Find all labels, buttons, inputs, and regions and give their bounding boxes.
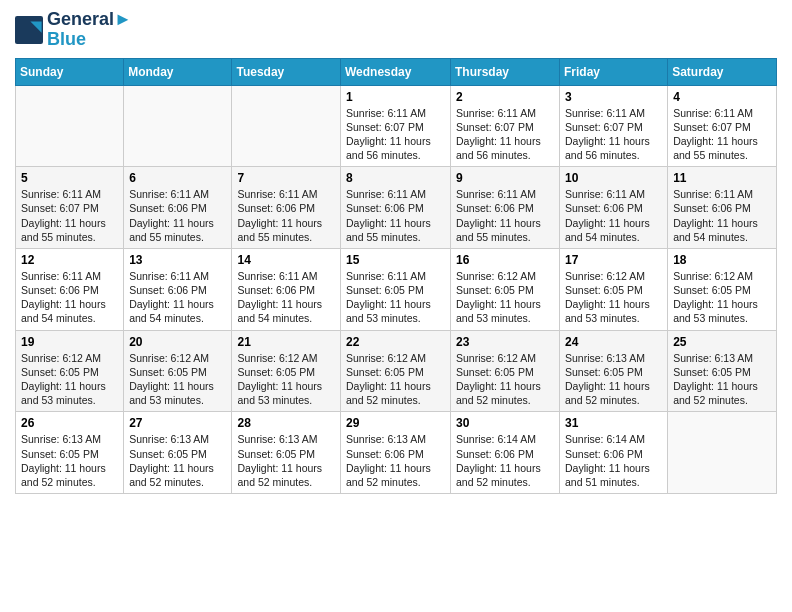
day-number: 4 [673, 90, 771, 104]
day-info: Sunrise: 6:11 AM Sunset: 6:06 PM Dayligh… [673, 187, 771, 244]
day-number: 17 [565, 253, 662, 267]
day-info: Sunrise: 6:11 AM Sunset: 6:06 PM Dayligh… [129, 187, 226, 244]
day-info: Sunrise: 6:12 AM Sunset: 6:05 PM Dayligh… [456, 269, 554, 326]
day-number: 19 [21, 335, 118, 349]
calendar-cell [668, 412, 777, 494]
calendar-cell: 22Sunrise: 6:12 AM Sunset: 6:05 PM Dayli… [341, 330, 451, 412]
calendar-cell: 13Sunrise: 6:11 AM Sunset: 6:06 PM Dayli… [124, 248, 232, 330]
calendar-cell: 7Sunrise: 6:11 AM Sunset: 6:06 PM Daylig… [232, 167, 341, 249]
calendar-cell: 10Sunrise: 6:11 AM Sunset: 6:06 PM Dayli… [560, 167, 668, 249]
calendar-cell: 12Sunrise: 6:11 AM Sunset: 6:06 PM Dayli… [16, 248, 124, 330]
day-info: Sunrise: 6:12 AM Sunset: 6:05 PM Dayligh… [21, 351, 118, 408]
day-info: Sunrise: 6:13 AM Sunset: 6:05 PM Dayligh… [129, 432, 226, 489]
logo: General► Blue [15, 10, 132, 50]
day-number: 14 [237, 253, 335, 267]
logo-icon [15, 16, 43, 44]
day-info: Sunrise: 6:12 AM Sunset: 6:05 PM Dayligh… [565, 269, 662, 326]
day-number: 21 [237, 335, 335, 349]
day-number: 29 [346, 416, 445, 430]
day-info: Sunrise: 6:13 AM Sunset: 6:05 PM Dayligh… [21, 432, 118, 489]
day-number: 27 [129, 416, 226, 430]
day-info: Sunrise: 6:13 AM Sunset: 6:05 PM Dayligh… [237, 432, 335, 489]
calendar-cell: 28Sunrise: 6:13 AM Sunset: 6:05 PM Dayli… [232, 412, 341, 494]
day-info: Sunrise: 6:11 AM Sunset: 6:07 PM Dayligh… [456, 106, 554, 163]
day-number: 8 [346, 171, 445, 185]
weekday-header-thursday: Thursday [451, 58, 560, 85]
calendar-cell: 11Sunrise: 6:11 AM Sunset: 6:06 PM Dayli… [668, 167, 777, 249]
day-info: Sunrise: 6:13 AM Sunset: 6:05 PM Dayligh… [565, 351, 662, 408]
calendar-table: SundayMondayTuesdayWednesdayThursdayFrid… [15, 58, 777, 494]
day-info: Sunrise: 6:11 AM Sunset: 6:05 PM Dayligh… [346, 269, 445, 326]
day-info: Sunrise: 6:11 AM Sunset: 6:06 PM Dayligh… [565, 187, 662, 244]
calendar-cell: 18Sunrise: 6:12 AM Sunset: 6:05 PM Dayli… [668, 248, 777, 330]
calendar-cell: 25Sunrise: 6:13 AM Sunset: 6:05 PM Dayli… [668, 330, 777, 412]
day-number: 31 [565, 416, 662, 430]
day-number: 26 [21, 416, 118, 430]
calendar-cell: 30Sunrise: 6:14 AM Sunset: 6:06 PM Dayli… [451, 412, 560, 494]
calendar-cell: 9Sunrise: 6:11 AM Sunset: 6:06 PM Daylig… [451, 167, 560, 249]
day-info: Sunrise: 6:11 AM Sunset: 6:07 PM Dayligh… [565, 106, 662, 163]
day-info: Sunrise: 6:11 AM Sunset: 6:06 PM Dayligh… [237, 187, 335, 244]
day-info: Sunrise: 6:11 AM Sunset: 6:06 PM Dayligh… [129, 269, 226, 326]
weekday-header-monday: Monday [124, 58, 232, 85]
calendar-cell [124, 85, 232, 167]
calendar-cell: 15Sunrise: 6:11 AM Sunset: 6:05 PM Dayli… [341, 248, 451, 330]
day-number: 23 [456, 335, 554, 349]
day-number: 1 [346, 90, 445, 104]
calendar-cell: 3Sunrise: 6:11 AM Sunset: 6:07 PM Daylig… [560, 85, 668, 167]
day-info: Sunrise: 6:11 AM Sunset: 6:07 PM Dayligh… [673, 106, 771, 163]
day-number: 16 [456, 253, 554, 267]
weekday-header-sunday: Sunday [16, 58, 124, 85]
day-number: 2 [456, 90, 554, 104]
day-number: 3 [565, 90, 662, 104]
weekday-header-tuesday: Tuesday [232, 58, 341, 85]
day-number: 24 [565, 335, 662, 349]
calendar-cell: 26Sunrise: 6:13 AM Sunset: 6:05 PM Dayli… [16, 412, 124, 494]
calendar-cell: 24Sunrise: 6:13 AM Sunset: 6:05 PM Dayli… [560, 330, 668, 412]
day-info: Sunrise: 6:13 AM Sunset: 6:06 PM Dayligh… [346, 432, 445, 489]
calendar-cell [16, 85, 124, 167]
calendar-cell: 21Sunrise: 6:12 AM Sunset: 6:05 PM Dayli… [232, 330, 341, 412]
day-number: 22 [346, 335, 445, 349]
day-info: Sunrise: 6:12 AM Sunset: 6:05 PM Dayligh… [346, 351, 445, 408]
weekday-header-friday: Friday [560, 58, 668, 85]
day-info: Sunrise: 6:12 AM Sunset: 6:05 PM Dayligh… [129, 351, 226, 408]
day-info: Sunrise: 6:12 AM Sunset: 6:05 PM Dayligh… [237, 351, 335, 408]
day-number: 12 [21, 253, 118, 267]
calendar-cell: 5Sunrise: 6:11 AM Sunset: 6:07 PM Daylig… [16, 167, 124, 249]
calendar-cell: 23Sunrise: 6:12 AM Sunset: 6:05 PM Dayli… [451, 330, 560, 412]
day-number: 20 [129, 335, 226, 349]
calendar-cell: 27Sunrise: 6:13 AM Sunset: 6:05 PM Dayli… [124, 412, 232, 494]
calendar-cell: 1Sunrise: 6:11 AM Sunset: 6:07 PM Daylig… [341, 85, 451, 167]
logo-text: General► Blue [47, 10, 132, 50]
weekday-header-saturday: Saturday [668, 58, 777, 85]
day-number: 15 [346, 253, 445, 267]
day-info: Sunrise: 6:11 AM Sunset: 6:06 PM Dayligh… [21, 269, 118, 326]
page-header: General► Blue [15, 10, 777, 50]
calendar-cell [232, 85, 341, 167]
day-number: 6 [129, 171, 226, 185]
day-info: Sunrise: 6:11 AM Sunset: 6:07 PM Dayligh… [21, 187, 118, 244]
day-number: 11 [673, 171, 771, 185]
day-number: 28 [237, 416, 335, 430]
day-info: Sunrise: 6:11 AM Sunset: 6:06 PM Dayligh… [237, 269, 335, 326]
calendar-cell: 16Sunrise: 6:12 AM Sunset: 6:05 PM Dayli… [451, 248, 560, 330]
day-number: 7 [237, 171, 335, 185]
day-info: Sunrise: 6:13 AM Sunset: 6:05 PM Dayligh… [673, 351, 771, 408]
calendar-cell: 4Sunrise: 6:11 AM Sunset: 6:07 PM Daylig… [668, 85, 777, 167]
calendar-cell: 19Sunrise: 6:12 AM Sunset: 6:05 PM Dayli… [16, 330, 124, 412]
weekday-header-wednesday: Wednesday [341, 58, 451, 85]
day-number: 9 [456, 171, 554, 185]
calendar-cell: 31Sunrise: 6:14 AM Sunset: 6:06 PM Dayli… [560, 412, 668, 494]
day-number: 10 [565, 171, 662, 185]
calendar-cell: 2Sunrise: 6:11 AM Sunset: 6:07 PM Daylig… [451, 85, 560, 167]
day-number: 30 [456, 416, 554, 430]
day-info: Sunrise: 6:12 AM Sunset: 6:05 PM Dayligh… [456, 351, 554, 408]
calendar-cell: 20Sunrise: 6:12 AM Sunset: 6:05 PM Dayli… [124, 330, 232, 412]
day-info: Sunrise: 6:14 AM Sunset: 6:06 PM Dayligh… [456, 432, 554, 489]
calendar-cell: 17Sunrise: 6:12 AM Sunset: 6:05 PM Dayli… [560, 248, 668, 330]
calendar-cell: 29Sunrise: 6:13 AM Sunset: 6:06 PM Dayli… [341, 412, 451, 494]
calendar-cell: 6Sunrise: 6:11 AM Sunset: 6:06 PM Daylig… [124, 167, 232, 249]
day-info: Sunrise: 6:11 AM Sunset: 6:07 PM Dayligh… [346, 106, 445, 163]
calendar-cell: 8Sunrise: 6:11 AM Sunset: 6:06 PM Daylig… [341, 167, 451, 249]
